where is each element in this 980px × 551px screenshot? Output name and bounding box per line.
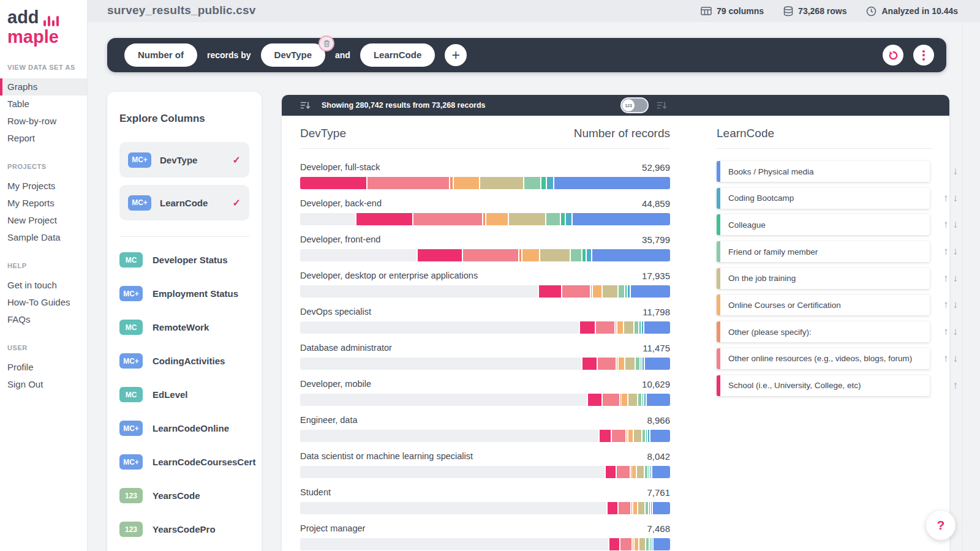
bar-segment-on-the-job-training[interactable]	[509, 213, 545, 225]
undo-button[interactable]	[883, 45, 903, 66]
bar-segment-other-please-specify[interactable]	[519, 249, 521, 261]
sidebar-item-report[interactable]: Report	[0, 130, 87, 147]
column-item-employment-status[interactable]: MC+Employment Status	[119, 277, 249, 310]
sort-up-arrow[interactable]: ↑	[943, 326, 949, 338]
bar-segment-friend-or-family-member[interactable]	[638, 394, 641, 406]
bar-segment-friend-or-family-member[interactable]	[646, 502, 648, 514]
bar-segment-friend-or-family-member[interactable]	[645, 466, 647, 478]
sidebar-item-row-by-row[interactable]: Row-by-row	[0, 113, 87, 130]
bar-segment-school-i-e-university-college-etc[interactable]	[582, 358, 597, 370]
bar-segment-coding-bootcamp[interactable]	[652, 538, 652, 550]
sidebar-item-new-project[interactable]: New Project	[0, 212, 87, 229]
bar-segment-other-please-specify[interactable]	[617, 358, 617, 370]
sidebar-item-my-reports[interactable]: My Reports	[0, 195, 87, 212]
sort-up-arrow[interactable]: ↑	[943, 353, 949, 365]
stacked-bar[interactable]	[300, 502, 670, 514]
bar-segment-on-the-job-training[interactable]	[480, 177, 523, 189]
bar-segment-other-online-resources-e-g-videos-blogs-forum[interactable]	[612, 430, 626, 442]
bar-segment-colleague[interactable]	[650, 538, 650, 550]
legend-card[interactable]: Colleague	[717, 214, 930, 235]
sidebar-item-graphs[interactable]: Graphs	[0, 78, 87, 96]
sort-down-arrow[interactable]: ↓	[953, 299, 959, 311]
bar-segment-friend-or-family-member[interactable]	[619, 285, 624, 298]
bar-segment-colleague[interactable]	[641, 358, 642, 370]
bar-segment-colleague[interactable]	[625, 285, 627, 298]
bar-segment-other-online-resources-e-g-videos-blogs-forum[interactable]	[619, 502, 630, 514]
bar-segment-other-please-specify[interactable]	[483, 213, 485, 225]
sidebar-item-my-projects[interactable]: My Projects	[0, 178, 87, 195]
bar-segment-online-courses-or-certification[interactable]	[635, 538, 638, 550]
bar-segment-school-i-e-university-college-etc[interactable]	[606, 466, 616, 478]
help-button[interactable]: ?	[926, 511, 956, 540]
bar-segment-other-please-specify[interactable]	[591, 285, 592, 298]
bar-segment-other-please-specify[interactable]	[631, 502, 632, 514]
bar-segment-other-please-specify[interactable]	[631, 466, 631, 478]
bar-segment-school-i-e-university-college-etc[interactable]	[588, 394, 601, 406]
bar-segment-books-physical-media[interactable]	[652, 466, 670, 478]
column-item-developer-status[interactable]: MCDeveloper Status	[119, 243, 249, 277]
bar-segment-online-courses-or-certification[interactable]	[522, 249, 540, 261]
bar-segment-other-online-resources-e-g-videos-blogs-forum[interactable]	[620, 538, 632, 550]
stacked-bar[interactable]	[300, 466, 670, 478]
bar-segment-colleague[interactable]	[643, 394, 643, 406]
bar-segment-online-courses-or-certification[interactable]	[632, 466, 636, 478]
field-pill-devtype[interactable]: DevType	[261, 43, 325, 67]
bar-segment-school-i-e-university-college-etc[interactable]	[608, 502, 617, 514]
bar-segment-books-physical-media[interactable]	[647, 394, 670, 406]
bar-segment-books-physical-media[interactable]	[654, 538, 670, 550]
numbers-percent-toggle[interactable]: 123	[620, 97, 649, 113]
bar-segment-on-the-job-training[interactable]	[628, 394, 637, 406]
bar-segment-books-physical-media[interactable]	[653, 502, 670, 514]
sort-up-arrow[interactable]: ↑	[943, 299, 949, 311]
add-field-button[interactable]: +	[445, 44, 467, 66]
bar-segment-school-i-e-university-college-etc[interactable]	[539, 285, 561, 298]
sidebar-item-how-to-guides[interactable]: How-To Guides	[0, 294, 87, 311]
selected-column-learncode[interactable]: MC+LearnCode✓	[119, 185, 249, 220]
column-item-yearscodepro[interactable]: 123YearsCodePro	[119, 512, 249, 546]
bar-segment-online-courses-or-certification[interactable]	[619, 358, 624, 370]
bar-segment-on-the-job-training[interactable]	[638, 502, 644, 514]
sort-down-arrow[interactable]: ↓	[953, 165, 959, 178]
bar-segment-online-courses-or-certification[interactable]	[454, 177, 479, 189]
column-item-remotework[interactable]: MCRemoteWork	[119, 310, 249, 344]
bar-segment-school-i-e-university-college-etc[interactable]	[356, 213, 412, 225]
metric-pill[interactable]: Number of	[124, 43, 197, 67]
bar-segment-school-i-e-university-college-etc[interactable]	[609, 538, 619, 550]
sort-up-arrow[interactable]: ↑	[953, 380, 959, 392]
stacked-bar[interactable]	[300, 249, 670, 261]
bar-segment-other-online-resources-e-g-videos-blogs-forum[interactable]	[562, 285, 590, 298]
bar-segment-online-courses-or-certification[interactable]	[593, 285, 601, 298]
bar-segment-school-i-e-university-college-etc[interactable]	[600, 430, 611, 442]
bar-segment-books-physical-media[interactable]	[650, 430, 670, 442]
bar-segment-books-physical-media[interactable]	[645, 358, 670, 370]
sort-down-arrow[interactable]: ↓	[953, 246, 959, 258]
bar-segment-other-online-resources-e-g-videos-blogs-forum[interactable]	[463, 249, 518, 261]
bar-segment-online-courses-or-certification[interactable]	[628, 430, 633, 442]
bar-segment-on-the-job-training[interactable]	[603, 285, 617, 298]
bar-segment-school-i-e-university-college-etc[interactable]	[418, 249, 462, 261]
legend-card[interactable]: Books / Physical media	[717, 161, 930, 182]
bar-segment-on-the-job-training[interactable]	[637, 466, 644, 478]
stacked-bar[interactable]	[300, 358, 670, 370]
sort-down-arrow[interactable]: ↓	[953, 272, 959, 285]
sort-up-arrow[interactable]: ↑	[943, 246, 949, 258]
stacked-bar[interactable]	[300, 394, 670, 406]
sort-up-arrow[interactable]: ↑	[943, 219, 949, 231]
bar-segment-other-online-resources-e-g-videos-blogs-forum[interactable]	[413, 213, 483, 225]
bar-segment-other-please-specify[interactable]	[616, 321, 616, 334]
bar-segment-on-the-job-training[interactable]	[540, 249, 569, 261]
stacked-bar[interactable]	[300, 213, 670, 225]
more-menu-button[interactable]	[913, 45, 934, 66]
bar-segment-coding-bootcamp[interactable]	[642, 321, 643, 334]
legend-card[interactable]: Online Courses or Certification	[717, 294, 930, 315]
legend-card[interactable]: School (i.e., University, College, etc)	[717, 375, 930, 396]
bar-segment-coding-bootcamp[interactable]	[643, 358, 644, 370]
bar-segment-other-online-resources-e-g-videos-blogs-forum[interactable]	[617, 466, 629, 478]
bar-segment-school-i-e-university-college-etc[interactable]	[580, 321, 595, 334]
stacked-bar[interactable]	[300, 177, 670, 189]
stacked-bar[interactable]	[300, 285, 670, 298]
bar-segment-books-physical-media[interactable]	[644, 321, 670, 334]
bar-segment-on-the-job-training[interactable]	[624, 321, 634, 334]
column-item-learncodeonline[interactable]: MC+LearnCodeOnline	[119, 411, 249, 445]
stacked-bar[interactable]	[300, 430, 670, 442]
